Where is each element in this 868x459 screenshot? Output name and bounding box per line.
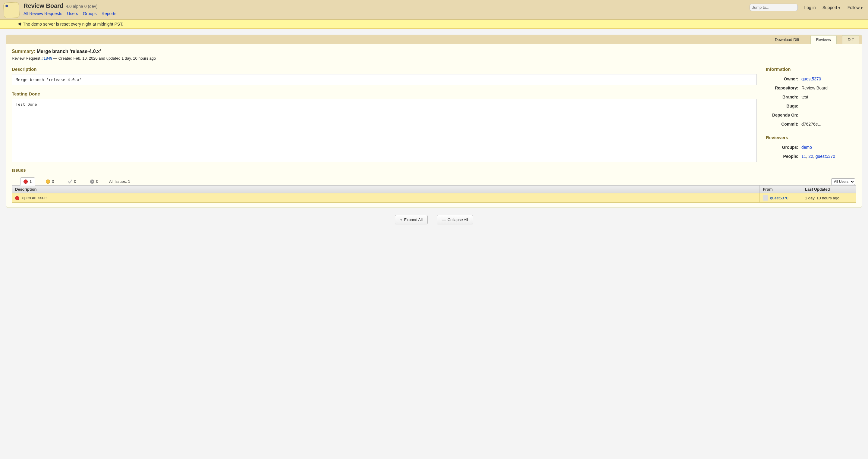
commit-label: Commit:	[767, 120, 800, 128]
nav-groups[interactable]: Groups	[83, 11, 97, 16]
issues-open-tab[interactable]: 1	[20, 177, 35, 186]
minus-icon: —	[442, 218, 446, 222]
issues-pending-tab[interactable]: 0	[43, 178, 57, 185]
issue-filter-tabs: 1 0 0 ✕ 0 A	[20, 177, 130, 186]
table-row[interactable]: open an issue guest5370 1 day, 10 hours …	[12, 193, 856, 203]
depends-label: Depends On:	[767, 111, 800, 119]
issues-dropped-tab[interactable]: ✕ 0	[87, 178, 101, 185]
testing-title: Testing Done	[12, 91, 757, 96]
depends-value	[800, 111, 856, 119]
user-filter-select[interactable]: All Users	[831, 178, 855, 185]
alert-banner: ✖ The demo server is reset every night a…	[0, 20, 868, 29]
summary-line: Summary: Merge branch 'release-4.0.x'	[12, 49, 856, 54]
collapse-all-button[interactable]: — Collapse All	[437, 215, 473, 224]
nav-reports[interactable]: Reports	[101, 11, 116, 16]
nav-all-requests[interactable]: All Review Requests	[24, 11, 62, 16]
close-icon[interactable]: ✖	[18, 22, 22, 27]
brand-title: Review Board	[24, 2, 63, 9]
person-link[interactable]: 11	[801, 154, 806, 159]
repository-value: Review Board	[800, 84, 856, 92]
app-logo	[3, 2, 20, 19]
follow-menu[interactable]: Follow▼	[847, 5, 863, 10]
groups-label: Groups:	[767, 143, 800, 152]
alert-message: The demo server is reset every night at …	[23, 22, 123, 27]
owner-label: Owner:	[767, 75, 800, 83]
bugs-value	[800, 102, 856, 110]
main-nav: All Review Requests Users Groups Reports	[24, 11, 749, 16]
commit-value: d76276e...	[800, 120, 856, 128]
expand-all-button[interactable]: + Expand All	[395, 215, 428, 224]
col-from[interactable]: From	[760, 186, 802, 193]
tab-download-diff[interactable]: Download Diff	[769, 35, 805, 44]
brand-version: 4.0 alpha 0 (dev)	[66, 4, 97, 9]
summary-value: Merge branch 'release-4.0.x'	[37, 49, 101, 54]
request-id-link[interactable]: #1849	[41, 56, 52, 61]
repository-label: Repository:	[767, 84, 800, 92]
review-request-box: Download Diff Reviews Diff Summary: Merg…	[6, 35, 862, 208]
x-circle-icon: ✕	[90, 179, 94, 184]
pending-issue-icon	[46, 179, 50, 184]
open-issue-icon	[24, 179, 28, 184]
header-main: Review Board 4.0 alpha 0 (dev) All Revie…	[24, 2, 749, 16]
all-issues-label: All Issues: 1	[109, 179, 130, 184]
issues-resolved-tab[interactable]: 0	[65, 178, 79, 185]
testing-field[interactable]: Test Done	[12, 99, 757, 162]
branch-value: test	[800, 93, 856, 101]
issues-table: Description From Last Updated open an is…	[12, 185, 856, 203]
info-table: Owner:guest5370 Repository:Review Board …	[766, 74, 856, 129]
meta-line: Review Request #1849 — Created Feb. 10, …	[12, 56, 856, 61]
open-issue-icon	[15, 196, 19, 200]
tab-reviews[interactable]: Reviews	[810, 35, 837, 44]
support-menu[interactable]: Support▼	[823, 5, 841, 10]
col-description[interactable]: Description	[12, 186, 760, 193]
tab-diff[interactable]: Diff	[842, 35, 859, 44]
issue-description: open an issue	[22, 195, 47, 200]
reviewers-title: Reviewers	[766, 135, 856, 140]
people-label: People:	[767, 152, 800, 161]
issue-from-link[interactable]: guest5370	[770, 196, 788, 200]
login-link[interactable]: Log in	[804, 5, 816, 10]
app-header: Review Board 4.0 alpha 0 (dev) All Revie…	[0, 0, 868, 20]
person-link[interactable]: guest5370	[815, 154, 835, 159]
person-link[interactable]: 22	[808, 154, 813, 159]
reviewers-table: Groups:demo People: 11, 22, guest5370	[766, 142, 856, 161]
check-icon	[68, 179, 72, 184]
summary-label: Summary:	[12, 49, 35, 54]
description-title: Description	[12, 67, 757, 72]
info-title: Information	[766, 67, 856, 72]
avatar	[763, 195, 768, 201]
bugs-label: Bugs:	[767, 102, 800, 110]
col-updated[interactable]: Last Updated	[802, 186, 856, 193]
search-input[interactable]	[749, 4, 798, 11]
plus-icon: +	[400, 218, 402, 222]
owner-link[interactable]: guest5370	[801, 76, 821, 81]
nav-users[interactable]: Users	[67, 11, 78, 16]
issues-title: Issues	[12, 167, 856, 172]
issue-updated: 1 day, 10 hours ago	[802, 193, 856, 203]
tab-bar: Download Diff Reviews Diff	[6, 35, 862, 44]
chevron-down-icon: ▼	[860, 6, 863, 10]
expand-collapse-row: + Expand All — Collapse All	[6, 208, 862, 232]
header-right: Log in Support▼ Follow▼	[749, 2, 863, 11]
branch-label: Branch:	[767, 93, 800, 101]
description-field[interactable]: Merge branch 'release-4.0.x'	[12, 74, 757, 85]
chevron-down-icon: ▼	[838, 6, 841, 10]
group-link[interactable]: demo	[801, 145, 812, 150]
